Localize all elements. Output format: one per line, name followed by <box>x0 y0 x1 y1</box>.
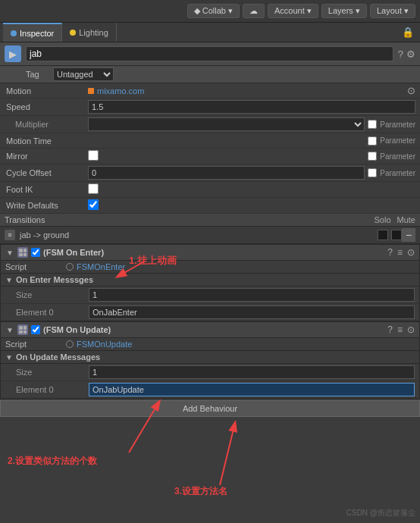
object-name-input[interactable] <box>26 46 393 61</box>
multiplier-checkbox[interactable] <box>368 120 377 129</box>
enter-circle-btn[interactable]: ⊙ <box>407 247 415 258</box>
top-bar: ◆ Collab ▾ ☁ Account ▾ Layers ▾ Layout ▾ <box>0 0 420 23</box>
enter-messages-label: On Enter Messsges <box>16 275 93 284</box>
enter-help-btn[interactable]: ? <box>387 247 393 258</box>
inspector-label: Inspector <box>20 29 54 38</box>
tab-bar: Inspector Lighting 🔒 <box>0 23 420 42</box>
write-defaults-label: Write Defaults <box>5 201 88 210</box>
enter-element0-label: Element 0 <box>5 308 89 317</box>
enter-toggle[interactable]: ▼ <box>5 248 14 257</box>
update-script-label: Script <box>5 340 66 349</box>
update-circle-btn[interactable]: ⊙ <box>407 324 415 335</box>
transitions-header: Transitions Solo Mute <box>0 214 420 227</box>
fsm-update-block: ▼ (FSM On Update) ? ≡ ⊙ Script FSMOnUpda… <box>0 321 420 399</box>
inspector-dot <box>11 30 17 36</box>
remove-transition-btn[interactable]: − <box>402 228 415 242</box>
add-behaviour-btn[interactable]: Add Behaviour <box>0 400 420 417</box>
speed-label: Speed <box>5 102 88 111</box>
cloud-button[interactable]: ☁ <box>243 4 265 18</box>
watermark: CSDN @所恋皆落尘 <box>346 508 415 518</box>
mirror-row: Mirror Parameter <box>0 149 420 164</box>
mirror-param: Parameter <box>380 152 415 161</box>
update-help-btn[interactable]: ? <box>387 324 393 335</box>
update-size-input[interactable] <box>89 365 415 379</box>
tab-inspector[interactable]: Inspector <box>3 23 62 42</box>
cycle-offset-label: Cycle Offset <box>5 168 88 177</box>
account-label: Account ▾ <box>274 6 312 16</box>
inspector-content: ▶ ? ⚙ Tag Untagged Motion mixamo.com <box>0 42 420 417</box>
update-toggle[interactable]: ▼ <box>5 325 14 334</box>
mixamo-link[interactable]: mixamo.com <box>88 86 404 96</box>
solo-label: Solo <box>375 215 391 224</box>
layers-button[interactable]: Layers ▾ <box>321 4 367 18</box>
object-header: ▶ ? ⚙ <box>0 42 420 66</box>
layout-label: Layout ▾ <box>377 6 409 16</box>
multiplier-param: Parameter <box>380 121 415 129</box>
enter-element0-row: Element 0 <box>1 304 419 321</box>
collab-button[interactable]: ◆ Collab ▾ <box>187 4 240 18</box>
lighting-dot <box>70 30 76 36</box>
update-script-value: FSMOnUpdate <box>77 340 415 349</box>
motion-label: Motion <box>5 86 88 96</box>
enter-element0-input[interactable] <box>89 305 415 319</box>
enter-script-circle <box>66 263 74 271</box>
circle-btn[interactable]: ⊙ <box>407 85 415 96</box>
lock-icon[interactable]: 🔒 <box>402 27 414 37</box>
update-element0-input[interactable] <box>89 383 415 396</box>
transition-row[interactable]: ≡ jab -> ground − <box>0 227 420 244</box>
solo-check[interactable] <box>378 230 388 240</box>
fsm-update-title: (FSM On Update) <box>43 325 384 334</box>
enter-size-input[interactable] <box>89 288 415 302</box>
annotation-2: 2.设置类似方法的个数 <box>8 455 97 468</box>
tag-row: Tag Untagged <box>0 66 420 83</box>
settings-icon[interactable]: ⚙ <box>406 49 415 60</box>
foot-ik-checkbox[interactable] <box>88 183 99 194</box>
update-messages-toggle[interactable]: ▼ <box>5 353 13 362</box>
update-grid-icon <box>17 324 28 335</box>
multiplier-select[interactable] <box>88 117 365 131</box>
fsm-enter-title: (FSM On Enter) <box>43 248 384 257</box>
cycle-offset-input[interactable] <box>88 166 365 180</box>
update-size-row: Size <box>1 364 419 381</box>
write-defaults-checkbox[interactable] <box>88 199 99 210</box>
transition-name: jab -> ground <box>20 230 378 240</box>
tab-lighting[interactable]: Lighting <box>62 23 117 42</box>
motion-time-checkbox[interactable] <box>368 136 377 146</box>
enter-script-label: Script <box>5 262 66 271</box>
mute-check[interactable] <box>391 230 402 240</box>
foot-ik-row: Foot IK <box>0 182 420 198</box>
enter-size-label: Size <box>5 290 89 299</box>
cycle-offset-checkbox[interactable] <box>368 168 377 177</box>
help-icon[interactable]: ? <box>398 49 403 60</box>
foot-ik-label: Foot IK <box>5 185 88 194</box>
update-messages-header: ▼ On Update Messages <box>1 351 419 364</box>
layers-label: Layers ▾ <box>328 6 360 16</box>
write-defaults-row: Write Defaults <box>0 198 420 214</box>
motion-time-label: Motion Time <box>5 136 88 146</box>
motion-time-row: Motion Time Parameter <box>0 133 420 149</box>
enter-grid-icon <box>17 247 28 258</box>
account-button[interactable]: Account ▾ <box>268 4 318 18</box>
layout-button[interactable]: Layout ▾ <box>370 4 415 18</box>
update-script-circle <box>66 340 74 348</box>
update-settings-btn[interactable]: ≡ <box>397 324 403 335</box>
speed-input[interactable] <box>88 100 415 114</box>
mirror-param-checkbox[interactable] <box>368 152 377 161</box>
mirror-checkbox[interactable] <box>88 150 99 161</box>
cycle-offset-param: Parameter <box>380 169 415 177</box>
fsm-update-header: ▼ (FSM On Update) ? ≡ ⊙ <box>1 322 419 338</box>
tag-label: Tag <box>26 70 49 79</box>
update-size-label: Size <box>5 368 89 377</box>
tag-select[interactable]: Untagged <box>53 67 114 81</box>
fsm-enter-header: ▼ (FSM On Enter) ? ≡ ⊙ <box>1 245 419 261</box>
update-enabled[interactable] <box>31 325 40 334</box>
enter-messages-toggle[interactable]: ▼ <box>5 276 13 284</box>
enter-settings-btn[interactable]: ≡ <box>397 247 403 258</box>
object-icon: ▶ <box>5 45 21 62</box>
enter-script-value: FSMOnEnter <box>77 262 415 271</box>
svg-line-2 <box>220 423 235 485</box>
enter-enabled[interactable] <box>31 248 40 257</box>
mute-label: Mute <box>397 215 415 224</box>
update-element0-row: Element 0 <box>1 381 419 398</box>
update-messages-label: On Update Messages <box>16 352 100 362</box>
